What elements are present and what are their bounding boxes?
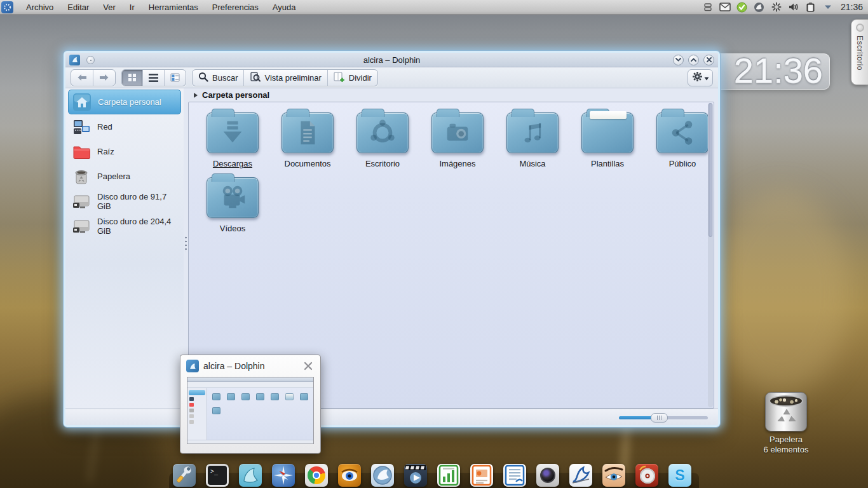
folder-plantillas[interactable]: Plantillas — [572, 112, 643, 168]
document-icon — [293, 118, 322, 147]
compact-view-button[interactable] — [142, 70, 164, 86]
home-icon — [72, 93, 92, 112]
skype-letter: S — [675, 467, 684, 484]
dock-libreoffice-writer-icon[interactable] — [503, 464, 526, 487]
zoom-slider[interactable] — [619, 412, 708, 423]
preview-button[interactable]: Vista preliminar — [243, 70, 327, 86]
menu-editar[interactable]: Editar — [60, 0, 96, 15]
mail-icon[interactable] — [719, 1, 731, 13]
hard-drive-icon — [72, 192, 91, 211]
trash-icon — [72, 167, 91, 186]
place-raiz[interactable]: Raíz — [68, 139, 181, 164]
terminal-prompt-glyph: >_ — [210, 468, 218, 475]
tray-clock[interactable]: 21:36 — [839, 2, 863, 12]
dolphin-window: alcira – Dolphin — [64, 51, 720, 427]
icons-view-button[interactable] — [122, 70, 142, 86]
folder-documentos[interactable]: Documentos — [272, 112, 343, 168]
window-thumbnail[interactable] — [187, 377, 314, 444]
place-papelera[interactable]: Papelera — [68, 164, 181, 189]
dock-wireshark-icon[interactable] — [239, 464, 262, 487]
menu-herramientas[interactable]: Herramientas — [142, 0, 205, 15]
menu-ayuda[interactable]: Ayuda — [266, 0, 303, 15]
dock-eye-viewer-icon[interactable] — [602, 464, 625, 487]
window-preview-popup[interactable]: alcira – Dolphin — [180, 355, 321, 454]
search-button[interactable]: Buscar — [193, 70, 243, 86]
folder-label: Imágenes — [439, 159, 475, 168]
klipper-icon[interactable] — [805, 1, 817, 13]
place-carpeta-personal[interactable]: Carpeta personal — [68, 90, 181, 114]
dock-chrome-icon[interactable] — [305, 464, 328, 487]
global-menubar: Archivo Editar Ver Ir Herramientas Prefe… — [0, 0, 868, 15]
folder-descargas[interactable]: Descargas — [197, 112, 268, 168]
amarok-tray-icon[interactable] — [754, 1, 765, 13]
place-label: Disco duro de 91,7 GiB — [97, 192, 177, 211]
folder-videos[interactable]: Vídeos — [197, 177, 268, 233]
actions-group: Buscar Vista preliminar Dividir — [192, 69, 378, 86]
details-view-button[interactable] — [164, 70, 186, 86]
side-tab-label: Escritorio — [855, 36, 864, 71]
place-disco-91[interactable]: Disco duro de 91,7 GiB — [68, 189, 181, 214]
folder-publico[interactable]: Público — [647, 112, 714, 168]
scrollbar-handle[interactable] — [709, 103, 712, 237]
folder-imagenes[interactable]: Imágenes — [422, 112, 493, 168]
breadcrumb-label: Carpeta personal — [202, 90, 269, 100]
menu-ver[interactable]: Ver — [96, 0, 123, 15]
hard-drive-icon — [72, 217, 91, 236]
desktop: Archivo Editar Ver Ir Herramientas Prefe… — [0, 0, 868, 488]
menu-preferencias[interactable]: Preferencias — [205, 0, 266, 15]
place-red[interactable]: Red — [68, 114, 181, 139]
share-icon — [668, 118, 697, 147]
minimize-button[interactable] — [673, 55, 684, 65]
folder-musica[interactable]: Música — [497, 112, 568, 168]
place-label: Carpeta personal — [98, 97, 161, 107]
folder-label: Público — [669, 159, 696, 168]
breadcrumb[interactable]: Carpeta personal — [188, 88, 714, 102]
statusbar — [65, 409, 718, 425]
dock-libreoffice-calc-icon[interactable] — [437, 464, 460, 487]
tray-chevron-down-icon[interactable] — [822, 1, 834, 13]
popup-title: alcira – Dolphin — [203, 361, 265, 371]
dock-amarok-icon[interactable] — [371, 464, 394, 487]
back-button[interactable] — [71, 70, 93, 86]
menu-ir[interactable]: Ir — [123, 0, 142, 15]
folder-label: Descargas — [213, 159, 252, 168]
folder-escritorio[interactable]: Escritorio — [347, 112, 418, 168]
desktop-side-tab[interactable]: Escritorio — [851, 19, 868, 85]
place-label: Papelera — [97, 172, 130, 181]
dock-media-player-icon[interactable] — [404, 464, 427, 487]
place-disco-204[interactable]: Disco duro de 204,4 GiB — [68, 214, 181, 238]
dock-system-tools-icon[interactable] — [173, 464, 196, 487]
dock-vector-pen-icon[interactable] — [569, 464, 592, 487]
place-label: Disco duro de 204,4 GiB — [97, 217, 177, 236]
ubuntu-icon — [368, 118, 397, 147]
close-button[interactable] — [703, 55, 714, 65]
split-button[interactable]: Dividir — [327, 70, 377, 86]
app-logo-icon[interactable] — [1, 1, 13, 13]
dock-camera-lens-icon[interactable] — [536, 464, 559, 487]
zoom-slider-handle[interactable] — [651, 413, 668, 423]
dock: >_ — [173, 464, 691, 487]
panel-icon[interactable] — [702, 1, 714, 13]
dock-libreoffice-impress-icon[interactable] — [470, 464, 493, 487]
dock-terminal-icon[interactable]: >_ — [206, 464, 229, 487]
desktop-trash[interactable]: Papelera 6 elementos — [760, 392, 812, 456]
folder-label: Vídeos — [220, 224, 245, 233]
dock-orange-eye-viewer-icon[interactable] — [338, 464, 361, 487]
folder-label: Plantillas — [591, 159, 624, 168]
split-icon — [334, 72, 345, 84]
nav-group — [71, 69, 116, 86]
settings-menu-button[interactable] — [688, 69, 713, 86]
search-label: Buscar — [212, 73, 238, 83]
updates-ok-icon[interactable] — [736, 1, 748, 13]
volume-icon[interactable] — [788, 1, 799, 13]
forward-button[interactable] — [93, 70, 115, 86]
vertical-scrollbar[interactable] — [708, 103, 713, 407]
maximize-button[interactable] — [688, 55, 699, 65]
menu-archivo[interactable]: Archivo — [19, 0, 60, 15]
popup-close-icon[interactable] — [302, 360, 315, 372]
dock-skype-icon[interactable]: S — [668, 464, 691, 487]
dock-disc-burner-icon[interactable] — [635, 464, 658, 487]
dock-web-browser-icon[interactable] — [272, 464, 295, 487]
titlebar[interactable]: alcira – Dolphin — [65, 53, 718, 67]
blank-sheet-icon — [590, 111, 627, 119]
